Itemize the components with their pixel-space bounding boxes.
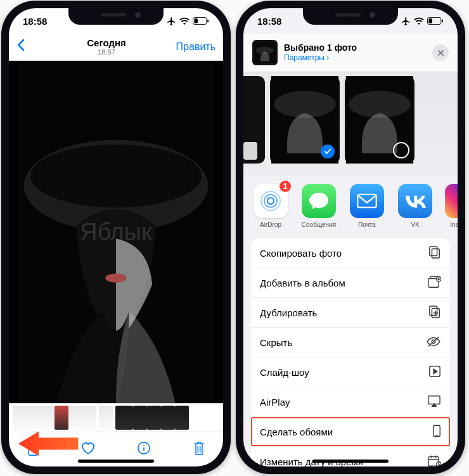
action-hide[interactable]: Скрыть <box>251 328 450 357</box>
trash-icon <box>193 441 205 456</box>
vk-icon <box>404 194 427 208</box>
photo-content <box>9 61 223 403</box>
svg-marker-43 <box>434 369 437 373</box>
app-label: AirDrop <box>252 221 289 228</box>
svg-rect-17 <box>442 20 443 23</box>
svg-point-27 <box>264 195 277 207</box>
battery-icon <box>427 17 444 25</box>
photo-viewer[interactable]: Яблык <box>9 61 223 403</box>
thumb[interactable] <box>175 406 189 430</box>
airplay-icon <box>427 395 441 408</box>
wifi-icon <box>414 17 424 25</box>
svg-rect-31 <box>430 246 437 255</box>
filmstrip[interactable] <box>9 403 223 432</box>
airplane-mode-icon <box>167 16 176 26</box>
app-vk[interactable]: VK <box>397 184 434 228</box>
info-icon <box>137 441 151 455</box>
action-edit-date[interactable]: Изменить дату и время <box>251 447 450 466</box>
share-icon <box>26 440 40 456</box>
battery-icon <box>193 17 209 25</box>
messages-icon <box>308 191 330 210</box>
album-add-icon <box>427 276 441 288</box>
heart-icon <box>80 441 96 455</box>
thumb[interactable] <box>161 406 175 430</box>
airdrop-icon <box>258 188 283 214</box>
svg-marker-45 <box>431 402 437 406</box>
check-icon <box>324 148 331 155</box>
preview-row[interactable] <box>243 72 458 175</box>
action-slideshow[interactable]: Слайд-шоу <box>251 357 450 387</box>
mail-icon <box>356 193 378 209</box>
info-button[interactable] <box>134 438 154 458</box>
app-label: Сообщения <box>300 221 337 228</box>
app-mail[interactable]: Почта <box>349 184 385 228</box>
sheet-title: Выбрано 1 фото <box>284 42 426 53</box>
app-messages[interactable]: Сообщения <box>300 184 337 228</box>
favorite-button[interactable] <box>78 438 98 458</box>
back-button[interactable] <box>16 39 42 55</box>
thumb[interactable] <box>99 406 113 430</box>
duplicate-icon <box>428 305 441 319</box>
share-button[interactable] <box>23 438 43 458</box>
app-airdrop[interactable]: 1 AirDrop <box>252 184 289 228</box>
action-airplay[interactable]: AirPlay <box>251 387 450 417</box>
svg-rect-1 <box>194 18 198 23</box>
action-copy-photo[interactable]: Скопировать фото <box>251 238 450 268</box>
airdrop-badge: 1 <box>279 181 291 192</box>
svg-point-26 <box>267 198 274 204</box>
app-label: Ins <box>445 221 458 228</box>
thumb[interactable] <box>147 406 161 430</box>
action-set-wallpaper[interactable]: Сделать обоями <box>251 417 450 447</box>
sheet-header: Выбрано 1 фото Параметры › <box>243 34 458 72</box>
svg-rect-44 <box>428 396 440 404</box>
thumb[interactable] <box>82 406 96 430</box>
svg-rect-29 <box>357 195 376 207</box>
home-indicator[interactable] <box>312 460 389 463</box>
apps-row[interactable]: 1 AirDrop Сообщения Почта VK <box>243 175 458 235</box>
action-add-to-album[interactable]: Добавить в альбом <box>251 268 450 298</box>
thumb[interactable] <box>13 406 27 430</box>
app-instagram[interactable]: Ins <box>445 184 458 228</box>
wifi-icon <box>179 17 190 25</box>
close-icon <box>437 49 444 56</box>
app-label: Почта <box>349 221 385 228</box>
thumb-current[interactable] <box>115 406 133 430</box>
action-duplicate[interactable]: Дублировать <box>251 298 450 328</box>
svg-rect-16 <box>428 18 432 23</box>
nav-bar: Сегодня 18:57 Править <box>9 34 223 61</box>
thumb[interactable] <box>55 406 68 430</box>
app-label: VK <box>397 221 434 228</box>
home-indicator[interactable] <box>78 460 154 463</box>
edit-button[interactable]: Править <box>171 41 215 53</box>
close-button[interactable] <box>432 44 449 61</box>
svg-point-6 <box>105 273 126 283</box>
thumb[interactable] <box>41 406 55 430</box>
status-time: 18:58 <box>23 16 47 27</box>
chevron-left-icon <box>16 39 25 51</box>
status-time: 18:58 <box>257 16 281 27</box>
nav-title: Сегодня 18:57 <box>42 38 171 56</box>
actions-list: Скопировать фото Добавить в альбом Дубли… <box>251 238 450 466</box>
play-icon <box>428 365 441 378</box>
calendar-icon <box>427 454 441 467</box>
delete-button[interactable] <box>189 438 209 458</box>
thumb[interactable] <box>68 406 82 430</box>
hide-icon <box>426 336 441 347</box>
airplane-mode-icon <box>401 16 411 26</box>
sheet-thumbnail <box>252 40 278 65</box>
svg-point-11 <box>143 445 145 446</box>
preview-thumb[interactable] <box>345 76 414 164</box>
svg-rect-2 <box>207 20 209 23</box>
svg-rect-46 <box>434 425 440 437</box>
phone-icon <box>432 424 441 438</box>
svg-rect-30 <box>432 248 439 258</box>
thumb[interactable] <box>27 406 41 430</box>
sheet-params-link[interactable]: Параметры › <box>284 53 426 62</box>
thumb[interactable] <box>133 406 147 430</box>
preview-thumb-selected[interactable] <box>270 76 340 164</box>
preview-thumb[interactable] <box>243 76 265 164</box>
copy-icon <box>428 245 441 259</box>
svg-point-5 <box>30 145 202 208</box>
